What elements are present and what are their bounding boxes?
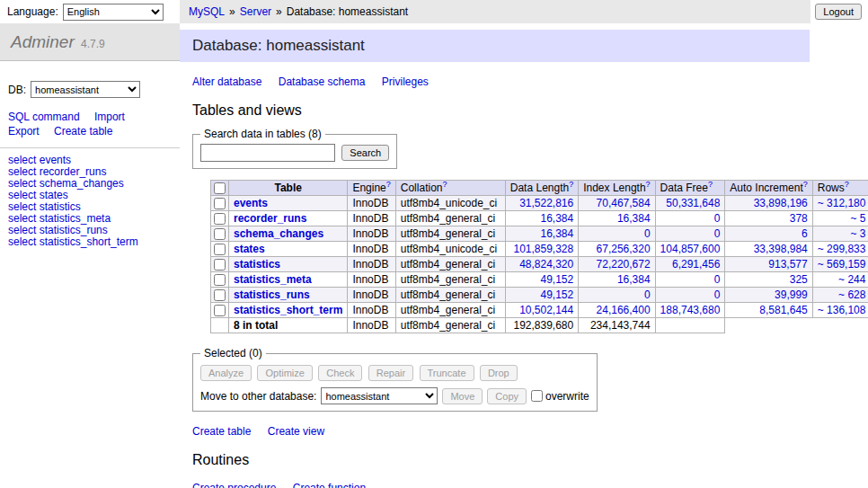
table-link[interactable]: schema_changes xyxy=(234,227,323,240)
alter-database-link[interactable]: Alter database xyxy=(192,75,261,88)
index-length-link[interactable]: 0 xyxy=(644,227,651,240)
table-link[interactable]: states xyxy=(234,243,265,255)
row-checkbox[interactable] xyxy=(214,289,226,301)
row-checkbox[interactable] xyxy=(214,274,226,286)
overwrite-checkbox[interactable] xyxy=(531,390,543,402)
auto-increment-link[interactable]: 325 xyxy=(790,273,808,286)
auto-increment-link[interactable]: 33,898,196 xyxy=(754,197,808,209)
rows-count-link[interactable]: ~ 299,833 xyxy=(818,243,866,255)
logout-button[interactable]: Logout xyxy=(815,4,862,20)
table-name-link[interactable]: recorder_runs xyxy=(40,165,107,178)
row-checkbox[interactable] xyxy=(214,228,226,240)
rows-count-link[interactable]: ~ 244 xyxy=(838,273,865,286)
database-schema-link[interactable]: Database schema xyxy=(279,75,366,88)
row-checkbox[interactable] xyxy=(214,213,226,225)
row-checkbox[interactable] xyxy=(214,198,226,209)
help-icon[interactable]: ? xyxy=(386,180,391,189)
rows-count-link[interactable]: ~ 312,180 xyxy=(818,197,866,209)
data-free-link[interactable]: 50,331,648 xyxy=(666,197,720,209)
select-link[interactable]: select xyxy=(8,200,36,213)
auto-increment-link[interactable]: 913,577 xyxy=(768,258,807,271)
help-icon[interactable]: ? xyxy=(845,180,849,189)
data-free-link[interactable]: 0 xyxy=(714,227,721,240)
drop-button[interactable]: Drop xyxy=(480,365,518,381)
create-view-link[interactable]: Create view xyxy=(268,425,324,438)
table-name-link[interactable]: states xyxy=(40,189,68,201)
select-link[interactable]: select xyxy=(8,224,36,236)
data-free-link[interactable]: 0 xyxy=(714,288,721,301)
table-name-link[interactable]: events xyxy=(40,154,71,166)
index-length-link[interactable]: 0 xyxy=(644,288,651,301)
rows-count-link[interactable]: ~ 5 xyxy=(850,212,865,225)
table-name-link[interactable]: statistics_meta xyxy=(40,212,111,225)
truncate-button[interactable]: Truncate xyxy=(420,365,474,381)
copy-button[interactable]: Copy xyxy=(487,388,527,404)
table-name-link[interactable]: statistics_runs xyxy=(40,224,108,236)
breadcrumb-mysql-link[interactable]: MySQL xyxy=(189,5,225,18)
optimize-button[interactable]: Optimize xyxy=(257,365,312,381)
select-link[interactable]: select xyxy=(8,165,36,178)
table-link[interactable]: events xyxy=(234,197,268,209)
row-checkbox[interactable] xyxy=(214,244,226,255)
select-link[interactable]: select xyxy=(8,177,36,190)
data-free-link[interactable]: 0 xyxy=(714,212,721,225)
index-length-link[interactable]: 67,256,320 xyxy=(597,243,651,255)
data-free-link[interactable]: 188,743,680 xyxy=(660,304,721,316)
data-free-link[interactable]: 6,291,456 xyxy=(672,258,720,271)
table-link[interactable]: statistics_short_term xyxy=(234,304,342,316)
select-link[interactable]: select xyxy=(8,154,36,166)
rows-count-link[interactable]: ~ 569,159 xyxy=(818,258,866,271)
data-free-link[interactable]: 104,857,600 xyxy=(660,243,721,255)
auto-increment-link[interactable]: 6 xyxy=(802,227,808,240)
sql-command-link[interactable]: SQL command xyxy=(8,111,80,123)
search-input[interactable] xyxy=(200,144,335,162)
rows-count-link[interactable]: ~ 628 xyxy=(838,288,865,301)
move-button[interactable]: Move xyxy=(442,388,483,404)
select-all-checkbox[interactable] xyxy=(214,182,226,194)
help-icon[interactable]: ? xyxy=(569,180,573,189)
rows-count-link[interactable]: ~ 3 xyxy=(850,227,865,240)
data-length-link[interactable]: 16,384 xyxy=(540,227,573,240)
table-name-link[interactable]: statistics xyxy=(40,200,81,213)
index-length-link[interactable]: 16,384 xyxy=(617,212,651,225)
check-button[interactable]: Check xyxy=(318,365,362,381)
select-link[interactable]: select xyxy=(8,235,36,248)
select-link[interactable]: select xyxy=(8,189,36,201)
import-link[interactable]: Import xyxy=(94,111,125,123)
data-length-link[interactable]: 101,859,328 xyxy=(513,243,573,255)
data-length-link[interactable]: 49,152 xyxy=(540,273,573,286)
auto-increment-link[interactable]: 8,581,645 xyxy=(759,304,807,316)
row-checkbox[interactable] xyxy=(214,305,226,316)
data-length-link[interactable]: 48,824,320 xyxy=(519,258,573,271)
auto-increment-link[interactable]: 378 xyxy=(790,212,808,225)
table-name-link[interactable]: statistics_short_term xyxy=(40,235,138,248)
row-checkbox[interactable] xyxy=(214,259,226,271)
table-link[interactable]: statistics_runs xyxy=(234,288,310,301)
data-length-link[interactable]: 10,502,144 xyxy=(519,304,573,316)
create-table-link[interactable]: Create table xyxy=(192,425,251,438)
table-link[interactable]: recorder_runs xyxy=(234,212,306,225)
move-database-select[interactable]: homeassistant xyxy=(321,387,438,404)
index-length-link[interactable]: 16,384 xyxy=(617,273,651,286)
analyze-button[interactable]: Analyze xyxy=(200,365,252,381)
data-length-link[interactable]: 31,522,816 xyxy=(519,197,573,209)
db-select[interactable]: homeassistant xyxy=(31,81,140,98)
data-length-link[interactable]: 16,384 xyxy=(540,212,573,225)
search-button[interactable]: Search xyxy=(341,145,389,161)
help-icon[interactable]: ? xyxy=(708,180,713,189)
breadcrumb-server-link[interactable]: Server xyxy=(240,5,271,18)
data-length-link[interactable]: 49,152 xyxy=(540,288,573,301)
table-link[interactable]: statistics xyxy=(234,258,280,271)
index-length-link[interactable]: 72,220,672 xyxy=(597,258,651,271)
language-select[interactable]: English xyxy=(63,4,164,21)
index-length-link[interactable]: 24,166,400 xyxy=(597,304,651,316)
repair-button[interactable]: Repair xyxy=(368,365,413,381)
data-free-link[interactable]: 0 xyxy=(714,273,721,286)
create-table-sidebar-link[interactable]: Create table xyxy=(54,125,112,138)
export-link[interactable]: Export xyxy=(8,125,40,138)
auto-increment-link[interactable]: 33,398,984 xyxy=(754,243,808,255)
create-procedure-link[interactable]: Create procedure xyxy=(192,482,276,488)
create-function-link[interactable]: Create function xyxy=(293,482,366,488)
help-icon[interactable]: ? xyxy=(646,180,651,189)
help-icon[interactable]: ? xyxy=(442,180,447,189)
